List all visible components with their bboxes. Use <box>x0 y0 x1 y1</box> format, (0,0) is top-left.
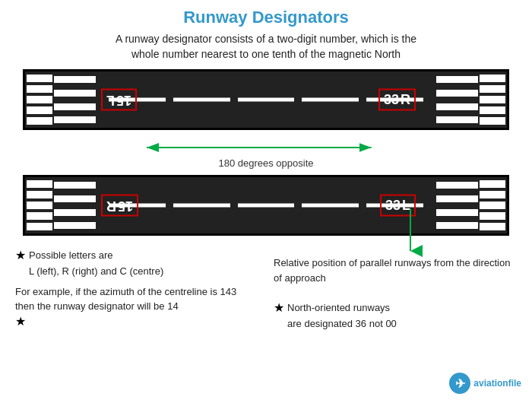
example-label: For example, if the azimuth of the centr… <box>15 284 258 314</box>
center-dashes-2 <box>109 204 423 208</box>
arrow-label: 180 degrees opposite <box>0 157 532 169</box>
info-left: ★ Possible letters are L (left), R (righ… <box>15 248 258 335</box>
left-designator-1: L 15 <box>101 89 137 111</box>
threshold-left-2 <box>25 177 54 233</box>
example-info: For example, if the azimuth of the centr… <box>15 284 258 331</box>
right-designator-1: 33 R <box>378 89 416 111</box>
piano-right-1 <box>436 76 478 123</box>
info-section: ★ Possible letters are L (left), R (righ… <box>0 242 532 341</box>
letters-label: Possible letters are L (left), R (right)… <box>29 248 163 280</box>
center-dashes-1 <box>109 98 423 102</box>
runway2-annotation: Relative position of parallel runways fr… <box>274 256 517 285</box>
threshold-left-1 <box>25 71 54 128</box>
runway-1: L 15 33 R <box>23 69 509 130</box>
right-number-1: 33 <box>384 92 399 108</box>
star-icon-2: ★ <box>15 315 26 328</box>
left-letter-1: L <box>106 92 115 108</box>
aviationfile-logo: ✈ aviationfile <box>449 373 521 394</box>
threshold-right-1 <box>478 71 507 128</box>
logo-icon: ✈ <box>449 373 470 394</box>
runway-diagram-1: L 15 33 R <box>23 69 509 130</box>
letters-info: ★ Possible letters are L (left), R (righ… <box>15 248 258 280</box>
left-number-2: 15 <box>118 198 133 214</box>
right-letter-1: R <box>401 92 410 108</box>
threshold-right-2 <box>478 177 507 233</box>
north-label: North-oriented runways are designated 36… <box>287 300 397 332</box>
runway-diagram-2: R 15 33 L <box>23 175 509 236</box>
north-info: ★ North-oriented runways are designated … <box>274 300 517 332</box>
logo-text: aviationfile <box>473 378 521 389</box>
right-number-2: 33 <box>385 198 401 214</box>
star-icon-1: ★ <box>15 248 26 262</box>
subtitle-line2: whole number nearest to one tenth of the… <box>131 48 401 60</box>
subtitle-line1: A runway designator consists of a two-di… <box>116 33 416 45</box>
info-right: Relative position of parallel runways fr… <box>266 248 517 335</box>
logo-symbol: ✈ <box>455 376 465 391</box>
piano-left-2 <box>54 182 96 229</box>
left-designator-2: R 15 <box>101 195 138 217</box>
piano-left-1 <box>54 76 96 123</box>
green-arrow-group <box>141 141 391 154</box>
page-title: Runway Designators <box>0 0 532 27</box>
left-letter-2: R <box>106 198 116 214</box>
star-icon-3: ★ <box>274 300 284 315</box>
left-number-1: 15 <box>116 92 131 108</box>
green-arrow-svg <box>141 141 391 154</box>
subtitle: A runway designator consists of a two-di… <box>0 32 532 62</box>
